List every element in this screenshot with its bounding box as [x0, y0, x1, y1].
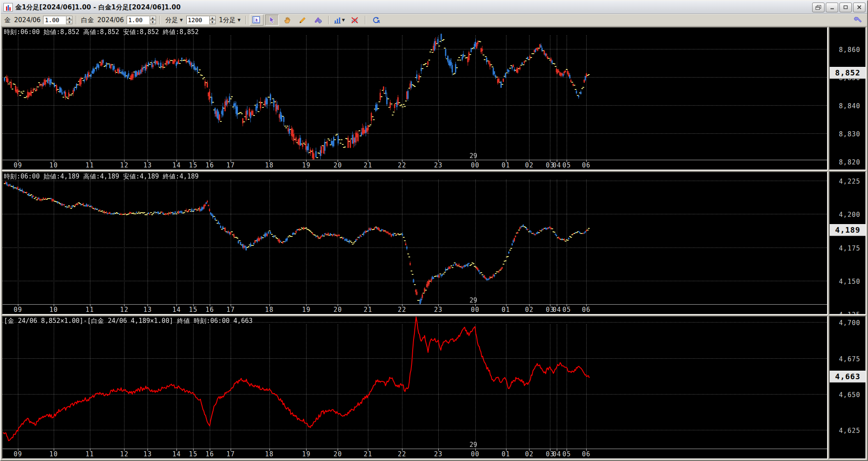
y-axis-price-label: 8,820 [839, 158, 860, 166]
x-axis-hour-label: 00 [471, 161, 480, 169]
y-axis-price-label: 4,675 [839, 355, 860, 363]
spread-info: [金 24/06 8,852×1.00]-[白金 24/06 4,189×1.0… [4, 317, 253, 325]
maximize-icon [843, 5, 848, 9]
y-axis-price-label: 4,200 [839, 211, 860, 219]
x-axis-hour-label: 17 [226, 306, 235, 314]
toolbar-separator [328, 16, 329, 24]
x-axis-hour-label: 18 [265, 306, 274, 314]
y-axis-price-label: 4,225 [839, 178, 860, 185]
x-axis-hour-label: 15 [189, 450, 197, 458]
x-axis-hour-label: 16 [205, 306, 214, 314]
select-tool-button[interactable] [265, 14, 279, 26]
interval-label: 分足 [165, 16, 178, 24]
x-axis-hour-label: 20 [333, 450, 342, 458]
platinum-plot-area[interactable]: 時刻:06:00 始値:4,189 高値:4,189 安値:4,189 終値:4… [2, 171, 828, 315]
draw-tool-button[interactable] [296, 14, 310, 26]
chevron-down-icon: ▼ [237, 18, 240, 22]
interval-dropdown[interactable]: 分足 ▼ [164, 16, 185, 25]
spin-down-icon[interactable]: ▼ [150, 20, 156, 24]
y-axis-price-label: 8,860 [839, 46, 860, 54]
app-candlestick-icon [3, 3, 13, 12]
x-axis-hour-label: 02 [525, 450, 533, 458]
spread-plot-area[interactable]: [金 24/06 8,852×1.00]-[白金 24/06 4,189×1.0… [2, 316, 828, 459]
spread-date-label: 29 [469, 441, 477, 449]
platinum-ohlc-info: 時刻:06:00 始値:4,189 高値:4,189 安値:4,189 終値:4… [4, 173, 199, 181]
x-axis-hour-label: 13 [143, 306, 152, 314]
x-axis-hour-label: 12 [120, 306, 128, 314]
toolbar-separator [159, 16, 160, 24]
svg-text:R: R [377, 20, 380, 24]
x-axis-hour-label: 09 [14, 450, 22, 458]
x-axis-hour-label: 01 [501, 450, 510, 458]
delete-chart-icon [351, 17, 359, 24]
spread-chart-panel: [金 24/06 8,852×1.00]-[白金 24/06 4,189×1.0… [2, 316, 866, 459]
x-axis-hour-label: 22 [398, 161, 406, 169]
spin-down-icon[interactable]: ▼ [66, 20, 72, 24]
x-axis-hour-label: 11 [86, 450, 94, 458]
gold-plot-area[interactable]: 時刻:06:00 始値:8,852 高値:8,852 安値:8,852 終値:8… [2, 27, 828, 170]
x-axis-hour-label: 05 [562, 161, 571, 169]
timeframe-dropdown[interactable]: 1分足 ▼ [217, 16, 242, 25]
minimize-icon [830, 6, 834, 9]
gold-contract-month: 2024/06 [14, 16, 41, 24]
x-axis-hour-label: 18 [265, 161, 274, 169]
x-axis-hour-label: 11 [86, 161, 94, 169]
y-axis-price-label: 4,150 [839, 278, 860, 285]
x-axis-hour-label: 05 [562, 450, 571, 458]
bar-count-value[interactable]: 1200 [186, 16, 209, 24]
chart-type-button[interactable]: ▼ [333, 14, 346, 26]
spin-down-icon[interactable]: ▼ [209, 20, 216, 24]
x-axis-hour-label: 23 [434, 161, 443, 169]
title-bar[interactable]: 金1分足[2024/06]1.00 - 白金1分足[2024/06]1.00 [1, 1, 867, 14]
cascade-windows-button[interactable] [812, 3, 825, 12]
x-axis-hour-label: 13 [143, 450, 152, 458]
x-axis-hour-label: 06 [582, 450, 590, 458]
gold-candlestick-canvas[interactable] [3, 28, 827, 160]
maximize-button[interactable] [839, 3, 852, 12]
highlight-tool-button[interactable] [311, 14, 325, 26]
reload-button[interactable]: R [369, 14, 383, 26]
gold-multiplier-value[interactable]: 1.00 [43, 16, 66, 24]
chevron-down-icon: ▼ [180, 18, 183, 22]
platinum-candlestick-canvas[interactable] [3, 172, 827, 305]
platinum-last-price-box: 4,189 [830, 224, 865, 236]
x-axis-hour-label: 17 [226, 161, 235, 169]
bar-count-spinner[interactable]: 1200 ▲▼ [186, 16, 216, 24]
close-button[interactable] [853, 3, 865, 12]
platinum-date-label: 29 [469, 297, 477, 304]
x-axis-hour-label: 11 [86, 306, 94, 314]
settings-wrench-button[interactable] [851, 14, 865, 26]
platinum-multiplier-spinner[interactable]: 1.00 ▲▼ [127, 16, 156, 24]
chart-cursor-tool-button[interactable] [250, 14, 263, 26]
spread-line-canvas[interactable] [3, 317, 827, 449]
platinum-chart-panel: 時刻:06:00 始値:4,189 高値:4,189 安値:4,189 終値:4… [2, 171, 866, 315]
spin-up-icon[interactable]: ▲ [66, 16, 72, 20]
spin-up-icon[interactable]: ▲ [150, 16, 156, 20]
toolbar: 金 2024/06 1.00 ▲▼ 白金 2024/06 1.00 ▲▼ 分足 … [1, 14, 867, 26]
toolbar-separator [246, 16, 246, 24]
y-axis-price-label: 4,175 [839, 245, 860, 252]
marker-crosshair-icon [314, 16, 322, 24]
spread-x-axis: 0910111213141516171819202122230001020304… [3, 449, 827, 458]
pan-tool-button[interactable] [281, 14, 294, 26]
x-axis-hour-label: 06 [582, 306, 590, 314]
erase-chart-button[interactable] [348, 14, 362, 26]
cascade-icon [816, 5, 821, 10]
platinum-multiplier-value[interactable]: 1.00 [127, 16, 150, 24]
reload-icon: R [372, 16, 380, 24]
x-axis-hour-label: 10 [49, 450, 58, 458]
x-axis-hour-label: 04 [553, 306, 561, 314]
timeframe-label: 1分足 [219, 16, 236, 24]
x-axis-hour-label: 21 [364, 161, 372, 169]
minimize-button[interactable] [826, 3, 838, 12]
gold-multiplier-spinner[interactable]: 1.00 ▲▼ [43, 16, 72, 24]
x-axis-hour-label: 20 [333, 306, 342, 314]
platinum-symbol-label: 白金 [81, 16, 94, 24]
gold-chart-panel: 時刻:06:00 始値:8,852 高値:8,852 安値:8,852 終値:8… [2, 27, 866, 170]
x-axis-hour-label: 09 [14, 306, 22, 314]
spread-price-axis: 4,663 4,7004,6754,6504,625 [829, 316, 866, 459]
platinum-price-axis: 4,189 4,2254,2004,1754,1504,125 [829, 171, 866, 315]
x-axis-hour-label: 16 [205, 161, 214, 169]
x-axis-hour-label: 12 [120, 450, 128, 458]
spin-up-icon[interactable]: ▲ [209, 16, 216, 20]
